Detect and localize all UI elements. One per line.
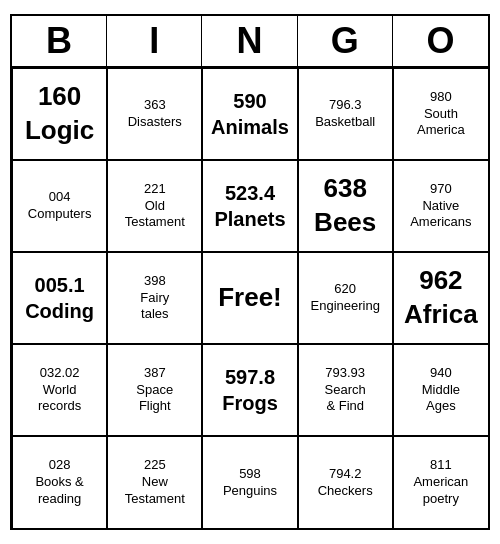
bingo-cell: 225 New Testament: [107, 436, 202, 528]
cell-text: 225 New Testament: [125, 457, 185, 508]
bingo-cell: 597.8 Frogs: [202, 344, 297, 436]
cell-text: 028 Books & reading: [35, 457, 83, 508]
bingo-cell: 160 Logic: [12, 68, 107, 160]
cell-text: 597.8 Frogs: [222, 364, 278, 416]
cell-text: 638 Bees: [314, 172, 376, 240]
cell-text: 004 Computers: [28, 189, 92, 223]
header-letter: B: [12, 16, 107, 66]
cell-text: Free!: [218, 281, 282, 315]
cell-text: 980 South America: [417, 89, 465, 140]
bingo-cell: 620 Engineering: [298, 252, 393, 344]
bingo-cell: 590 Animals: [202, 68, 297, 160]
bingo-cell: 811 American poetry: [393, 436, 488, 528]
cell-text: 962 Africa: [404, 264, 478, 332]
bingo-cell: Free!: [202, 252, 297, 344]
cell-text: 620 Engineering: [311, 281, 380, 315]
cell-text: 221 Old Testament: [125, 181, 185, 232]
bingo-cell: 796.3 Basketball: [298, 68, 393, 160]
header-letter: N: [202, 16, 297, 66]
cell-text: 523.4 Planets: [214, 180, 285, 232]
cell-text: 970 Native Americans: [410, 181, 471, 232]
bingo-cell: 032.02 World records: [12, 344, 107, 436]
bingo-cell: 363 Disasters: [107, 68, 202, 160]
bingo-cell: 028 Books & reading: [12, 436, 107, 528]
bingo-cell: 980 South America: [393, 68, 488, 160]
bingo-cell: 638 Bees: [298, 160, 393, 252]
bingo-cell: 005.1 Coding: [12, 252, 107, 344]
bingo-cell: 962 Africa: [393, 252, 488, 344]
bingo-cell: 793.93 Search & Find: [298, 344, 393, 436]
bingo-cell: 598 Penguins: [202, 436, 297, 528]
cell-text: 160 Logic: [25, 80, 94, 148]
bingo-card: BINGO 160 Logic363 Disasters590 Animals7…: [10, 14, 490, 530]
bingo-cell: 794.2 Checkers: [298, 436, 393, 528]
bingo-cell: 387 Space Flight: [107, 344, 202, 436]
header-letter: O: [393, 16, 488, 66]
cell-text: 811 American poetry: [413, 457, 468, 508]
header-letter: G: [298, 16, 393, 66]
cell-text: 598 Penguins: [223, 466, 277, 500]
cell-text: 940 Middle Ages: [422, 365, 460, 416]
header-letter: I: [107, 16, 202, 66]
bingo-header: BINGO: [12, 16, 488, 68]
cell-text: 590 Animals: [211, 88, 289, 140]
cell-text: 032.02 World records: [38, 365, 81, 416]
bingo-cell: 221 Old Testament: [107, 160, 202, 252]
cell-text: 387 Space Flight: [136, 365, 173, 416]
bingo-cell: 940 Middle Ages: [393, 344, 488, 436]
cell-text: 793.93 Search & Find: [325, 365, 366, 416]
cell-text: 005.1 Coding: [25, 272, 94, 324]
cell-text: 796.3 Basketball: [315, 97, 375, 131]
bingo-cell: 004 Computers: [12, 160, 107, 252]
bingo-grid: 160 Logic363 Disasters590 Animals796.3 B…: [12, 68, 488, 528]
cell-text: 398 Fairy tales: [140, 273, 169, 324]
bingo-cell: 970 Native Americans: [393, 160, 488, 252]
bingo-cell: 398 Fairy tales: [107, 252, 202, 344]
cell-text: 363 Disasters: [128, 97, 182, 131]
cell-text: 794.2 Checkers: [318, 466, 373, 500]
bingo-cell: 523.4 Planets: [202, 160, 297, 252]
